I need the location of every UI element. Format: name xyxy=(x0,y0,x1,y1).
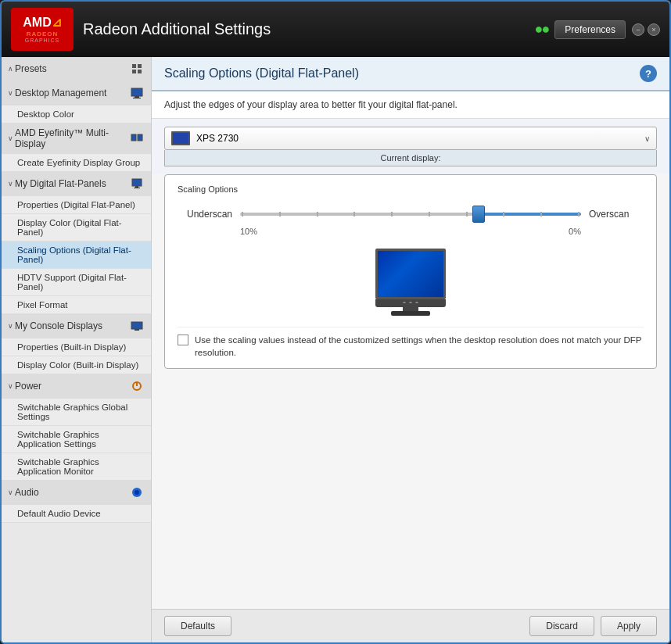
desktop-management-icon xyxy=(129,85,145,101)
sidebar-item-label: Default Audio Device xyxy=(17,509,101,518)
main-content: ∧ Presets ∨ Desktop Management Desktop C… xyxy=(2,57,669,642)
sidebar-item-hdtv-support-dfp[interactable]: HDTV Support (Digital Flat-Panel) xyxy=(2,269,151,296)
sidebar-item-create-eyefinity[interactable]: Create Eyefinity Display Group xyxy=(2,154,151,172)
help-button[interactable]: ? xyxy=(640,65,657,82)
slider-dot xyxy=(503,212,504,216)
audio-icon xyxy=(129,485,145,500)
overscan-label: Overscan xyxy=(589,209,644,220)
sidebar-item-console-displays[interactable]: ∨ My Console Displays xyxy=(2,314,151,338)
svg-rect-8 xyxy=(138,134,142,141)
sidebar-item-label: My Console Displays xyxy=(15,320,102,331)
sidebar-item-default-audio[interactable]: Default Audio Device xyxy=(2,505,151,523)
chevron-down-icon: ∨ xyxy=(8,89,13,97)
close-button[interactable]: × xyxy=(648,23,660,36)
use-scaling-checkbox[interactable] xyxy=(178,335,188,345)
sidebar-item-display-color-dfp[interactable]: Display Color (Digital Flat-Panel) xyxy=(2,214,151,242)
sidebar-item-desktop-color[interactable]: Desktop Color xyxy=(2,106,151,123)
sidebar-item-switchable-monitor[interactable]: Switchable Graphics Application Monitor xyxy=(2,453,151,481)
preferences-button[interactable]: Preferences xyxy=(554,20,626,39)
flat-panel-icon xyxy=(129,176,145,191)
slider-dot xyxy=(279,212,281,216)
presets-icon xyxy=(129,61,145,77)
sidebar-item-presets[interactable]: ∧ Presets xyxy=(2,57,151,81)
slider-dot xyxy=(353,212,355,216)
sidebar-item-label: Switchable Graphics Application Monitor xyxy=(17,457,145,476)
sidebar-item-label: Desktop Color xyxy=(17,109,74,119)
power-icon xyxy=(129,378,145,394)
sidebar-item-label: Display Color (Built-in Display) xyxy=(17,360,138,370)
slider-row: Underscan xyxy=(178,203,644,225)
slider-track xyxy=(240,213,581,216)
svg-rect-5 xyxy=(135,96,139,98)
svg-rect-0 xyxy=(132,64,136,68)
sidebar-item-display-color-builtin[interactable]: Display Color (Built-in Display) xyxy=(2,356,151,374)
slider-thumb[interactable] xyxy=(472,206,485,223)
svg-rect-9 xyxy=(132,179,142,186)
slider-dot xyxy=(578,212,580,216)
monitor-icon xyxy=(171,131,190,145)
sidebar-item-digital-flat-panels[interactable]: ∨ My Digital Flat-Panels xyxy=(2,172,151,196)
chevron-down-icon: ∨ xyxy=(8,322,13,330)
slider-values: 10% 0% xyxy=(178,225,644,242)
sidebar-item-label: My Digital Flat-Panels xyxy=(15,178,106,189)
svg-rect-7 xyxy=(131,134,136,141)
monitor-screen xyxy=(375,249,446,299)
sidebar-item-label: Pixel Format xyxy=(17,300,68,309)
minimize-button[interactable]: − xyxy=(632,23,644,36)
sidebar-item-label: Desktop Management xyxy=(15,88,106,98)
title-bar-right: ●● Preferences − × xyxy=(535,20,660,39)
monitor-image xyxy=(368,249,454,319)
sidebar-item-label: Properties (Built-in Display) xyxy=(17,342,126,352)
app-window: AMD⊿ RADEON GRAPHICS Radeon Additional S… xyxy=(0,0,671,644)
sidebar-item-pixel-format[interactable]: Pixel Format xyxy=(2,296,151,314)
sidebar-item-label: Properties (Digital Flat-Panel) xyxy=(17,200,135,209)
sidebar-item-switchable-global[interactable]: Switchable Graphics Global Settings xyxy=(2,399,151,426)
checkbox-row: Use the scaling values instead of the cu… xyxy=(178,327,644,359)
sidebar-item-power[interactable]: ∨ Power xyxy=(2,374,151,399)
window-controls: − × xyxy=(632,23,660,36)
console-displays-icon xyxy=(129,318,145,334)
sidebar-item-label: Presets xyxy=(15,63,47,74)
sidebar-item-label: Audio xyxy=(15,487,39,498)
apply-button[interactable]: Apply xyxy=(601,616,657,636)
graphics-label: GRAPHICS xyxy=(25,38,60,43)
scaling-slider[interactable] xyxy=(240,206,581,222)
scaling-box-title: Scaling Options xyxy=(178,184,644,194)
app-title: Radeon Additional Settings xyxy=(83,20,526,38)
svg-rect-13 xyxy=(135,329,139,331)
slider-dot xyxy=(540,212,542,216)
svg-rect-10 xyxy=(135,186,138,188)
sidebar-item-scaling-options-dfp[interactable]: Scaling Options (Digital Flat-Panel) xyxy=(2,242,151,269)
sidebar-item-amd-eyefinity[interactable]: ∨ AMD Eyefinity™ Multi-Display xyxy=(2,123,151,154)
display-selector-area: XPS 2730 ∨ Current display: xyxy=(152,119,669,174)
sidebar-item-audio[interactable]: ∨ Audio xyxy=(2,481,151,505)
underscan-value: 10% xyxy=(240,227,257,236)
defaults-button[interactable]: Defaults xyxy=(164,616,231,636)
chevron-down-icon: ∨ xyxy=(8,488,13,496)
monitor-stand xyxy=(403,303,418,311)
chevron-down-icon: ∨ xyxy=(644,134,650,143)
sidebar-item-switchable-app[interactable]: Switchable Graphics Application Settings xyxy=(2,426,151,453)
sidebar-item-label: Switchable Graphics Global Settings xyxy=(17,402,145,421)
connection-indicator: ●● xyxy=(535,21,549,38)
chevron-down-icon: ∨ xyxy=(8,382,13,390)
amd-logo: AMD⊿ RADEON GRAPHICS xyxy=(11,8,74,51)
discard-button[interactable]: Discard xyxy=(529,616,594,636)
sidebar: ∧ Presets ∨ Desktop Management Desktop C… xyxy=(2,57,152,642)
sidebar-item-label: Power xyxy=(15,381,41,392)
underscan-label: Underscan xyxy=(178,209,232,220)
svg-rect-6 xyxy=(133,98,141,98)
chevron-down-icon: ∨ xyxy=(8,134,13,142)
sidebar-item-desktop-management[interactable]: ∨ Desktop Management xyxy=(2,81,151,106)
display-dropdown[interactable]: XPS 2730 ∨ xyxy=(164,127,657,150)
sidebar-item-properties-builtin[interactable]: Properties (Built-in Display) xyxy=(2,338,151,356)
amd-logo-text: AMD⊿ xyxy=(23,16,61,29)
svg-point-17 xyxy=(135,490,139,495)
current-display-label: Current display: xyxy=(164,150,657,166)
svg-rect-1 xyxy=(138,64,142,68)
slider-dot xyxy=(466,212,468,216)
description-text: Adjust the edges of your display area to… xyxy=(152,91,669,119)
sidebar-item-properties-dfp[interactable]: Properties (Digital Flat-Panel) xyxy=(2,196,151,214)
slider-dot xyxy=(242,212,243,216)
svg-rect-11 xyxy=(134,188,140,188)
